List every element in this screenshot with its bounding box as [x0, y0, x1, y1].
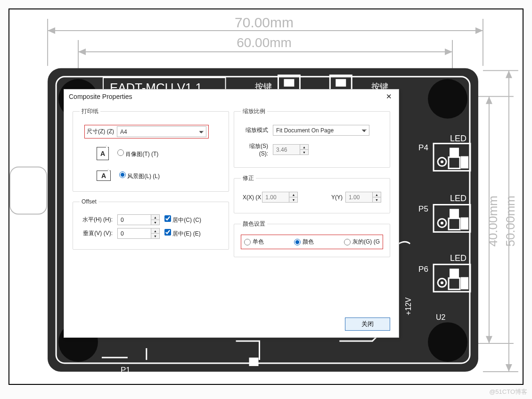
offset-h-center[interactable]: 居中(C) (C)	[164, 215, 201, 224]
scale-mode-select[interactable]: Fit Document On Page	[273, 125, 369, 136]
landscape-radio[interactable]	[119, 171, 126, 178]
offset-h-center-checkbox[interactable]	[164, 215, 171, 222]
p4-label: P4	[418, 143, 428, 152]
offset-v-label: 垂直(V) (V):	[80, 229, 113, 237]
offset-h-spinner[interactable]: ▲▼	[117, 214, 160, 225]
correction-y-spinner[interactable]: ▲▼	[345, 192, 381, 203]
svg-rect-27	[450, 148, 459, 157]
svg-rect-41	[461, 277, 468, 289]
correction-x-spinner[interactable]: ▲▼	[262, 192, 298, 203]
portrait-radio-label[interactable]: 肖像图(T) (T)	[117, 149, 158, 158]
svg-marker-7	[486, 97, 492, 104]
dim-inner-w: 60.00mm	[237, 35, 292, 50]
correction-group: 修正 X(X) (X ▲▼ Y(Y)	[234, 174, 390, 213]
scale-mode-label: 缩放模式	[241, 126, 268, 134]
scale-group: 缩放比例 缩放模式 Fit Document On Page 缩放(S) (S)…	[234, 107, 390, 168]
portrait-icon: A	[97, 147, 109, 160]
landscape-radio-label[interactable]: 风景图(L) (L)	[119, 171, 160, 180]
spin-up-icon[interactable]: ▲	[151, 228, 160, 233]
dim-outer-h: 50.00mm	[503, 195, 517, 246]
svg-point-16	[428, 79, 467, 119]
svg-rect-14	[10, 167, 47, 214]
svg-marker-5	[445, 49, 452, 55]
svg-rect-23	[336, 79, 346, 87]
close-icon[interactable]: ✕	[384, 92, 394, 101]
correction-y-label: Y(Y)	[331, 194, 343, 201]
svg-point-38	[441, 281, 443, 284]
p5-label: P5	[418, 204, 428, 213]
p6-label: P6	[418, 265, 428, 274]
svg-point-32	[441, 221, 443, 224]
scale-value-label: 缩放(S) (S):	[241, 142, 268, 157]
correction-x-label: X(X) (X	[243, 194, 261, 201]
color-color[interactable]: 颜色	[294, 238, 314, 246]
spin-up-icon[interactable]: ▲	[373, 192, 381, 197]
offset-v-center-checkbox[interactable]	[164, 229, 171, 236]
spin-down-icon[interactable]: ▼	[289, 197, 298, 203]
portrait-radio[interactable]	[117, 149, 124, 156]
spin-up-icon[interactable]: ▲	[300, 144, 309, 149]
svg-marker-8	[486, 336, 492, 343]
color-options-highlight: 单色 颜色 灰的(G) (G	[241, 235, 383, 249]
svg-marker-11	[506, 364, 512, 372]
offset-legend: Offset	[80, 198, 98, 205]
color-color-radio[interactable]	[294, 239, 301, 245]
svg-point-18	[428, 322, 467, 362]
dim-outer-w: 70.00mm	[235, 15, 294, 30]
offset-h-value[interactable]	[117, 214, 151, 225]
spin-up-icon[interactable]: ▲	[151, 214, 160, 220]
pcb-canvas: 70.00mm 60.00mm 40.00mm 50.00mm	[8, 8, 524, 385]
p1-label: P1	[121, 366, 131, 375]
scale-value-spinner[interactable]: ▲▼	[273, 144, 309, 155]
color-mono[interactable]: 单色	[244, 238, 264, 246]
u2-label: U2	[436, 313, 446, 321]
color-group: 颜色设置 单色 颜色 灰的(G) (G	[234, 220, 390, 257]
landscape-icon: A	[97, 171, 111, 181]
led-label-2: LED	[450, 194, 467, 203]
watermark: @51CTO博客	[489, 388, 527, 396]
svg-rect-35	[461, 217, 468, 229]
correction-x-value[interactable]	[262, 192, 289, 203]
svg-rect-42	[249, 358, 259, 366]
spin-down-icon[interactable]: ▼	[300, 149, 309, 155]
offset-group: Offset 水平(H) (H): ▲▼ 居中(C) (C) 垂直(V) (V)…	[73, 198, 229, 250]
paper-group: 打印纸 尺寸(Z) (Z) A4 A 肖像图(T) (T)	[73, 107, 229, 192]
svg-rect-39	[450, 269, 459, 278]
svg-rect-33	[450, 209, 459, 218]
color-legend: 颜色设置	[241, 220, 267, 228]
scale-value[interactable]	[273, 144, 300, 155]
correction-y-value[interactable]	[345, 192, 373, 203]
composite-properties-dialog: Composite Properties ✕ 打印纸 尺寸(Z) (Z) A4	[64, 89, 399, 338]
offset-v-spinner[interactable]: ▲▼	[117, 228, 160, 239]
svg-rect-21	[284, 79, 294, 87]
spin-down-icon[interactable]: ▼	[373, 197, 381, 203]
svg-rect-29	[461, 156, 468, 169]
paper-size-label: 尺寸(Z) (Z)	[87, 128, 114, 136]
color-mono-radio[interactable]	[244, 239, 251, 245]
spin-up-icon[interactable]: ▲	[289, 192, 298, 197]
led-label-1: LED	[450, 134, 467, 143]
paper-size-select[interactable]: A4	[117, 126, 206, 137]
offset-v-center[interactable]: 居中(E) (E)	[164, 229, 201, 238]
color-gray[interactable]: 灰的(G) (G	[344, 238, 380, 246]
offset-h-label: 水平(H) (H):	[80, 216, 113, 224]
paper-size-highlight: 尺寸(Z) (Z) A4	[84, 125, 209, 138]
svg-marker-4	[78, 49, 86, 55]
svg-marker-2	[475, 27, 483, 34]
spin-down-icon[interactable]: ▼	[151, 233, 160, 239]
color-gray-radio[interactable]	[344, 239, 351, 245]
correction-legend: 修正	[241, 174, 256, 182]
dialog-title: Composite Properties	[69, 93, 132, 100]
led-label-3: LED	[450, 253, 467, 263]
close-button[interactable]: 关闭	[345, 318, 390, 331]
svg-marker-1	[48, 27, 55, 34]
dialog-titlebar: Composite Properties ✕	[64, 90, 399, 103]
offset-v-value[interactable]	[117, 228, 151, 239]
paper-legend: 打印纸	[80, 107, 100, 115]
svg-point-26	[441, 161, 443, 163]
scale-legend: 缩放比例	[241, 107, 267, 115]
v12-label: +12V	[404, 297, 412, 315]
spin-down-icon[interactable]: ▼	[151, 220, 160, 225]
svg-marker-10	[506, 71, 512, 78]
dim-inner-h: 40.00mm	[486, 195, 500, 246]
